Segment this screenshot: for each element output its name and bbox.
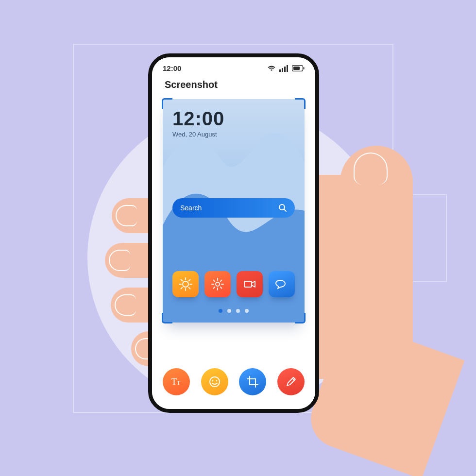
crop-corner-br[interactable] — [295, 313, 306, 323]
status-icons — [268, 65, 305, 72]
svg-text:T: T — [171, 377, 177, 387]
svg-line-4 — [284, 209, 286, 211]
page-dot[interactable] — [219, 309, 222, 313]
crop-icon — [246, 375, 259, 389]
svg-point-18 — [210, 377, 220, 387]
lockscreen-date: Wed, 20 August — [172, 131, 295, 138]
svg-rect-2 — [293, 67, 300, 70]
status-bar: 12:00 — [152, 57, 315, 74]
search-icon — [278, 204, 287, 212]
emoji-icon — [208, 375, 221, 389]
phone-frame: 12:00 Screenshot 12:00 Wed, 20 August — [148, 53, 319, 413]
svg-text:T: T — [177, 379, 181, 386]
screenshot-preview[interactable]: 12:00 Wed, 20 August Search — [163, 99, 305, 323]
wifi-icon — [268, 66, 275, 71]
camera-icon — [242, 277, 257, 291]
text-icon: TT — [170, 375, 183, 389]
text-tool-button[interactable]: TT — [163, 368, 190, 395]
svg-line-13 — [189, 280, 190, 281]
edit-toolbar: TT — [152, 368, 315, 395]
page-dot[interactable] — [236, 309, 240, 313]
signal-icon — [279, 65, 288, 72]
status-time: 12:00 — [163, 64, 181, 72]
pencil-icon — [284, 375, 298, 389]
emoji-tool-button[interactable] — [201, 368, 228, 395]
crop-corner-bl[interactable] — [162, 313, 172, 323]
search-bar[interactable]: Search — [172, 198, 295, 218]
svg-point-19 — [212, 380, 213, 382]
svg-rect-1 — [304, 67, 305, 69]
lockscreen-time: 12:00 — [172, 108, 295, 130]
svg-point-14 — [216, 282, 220, 286]
chat-icon — [274, 277, 289, 291]
sun-icon — [178, 277, 193, 291]
page-dot[interactable] — [245, 309, 249, 313]
page-dot[interactable] — [227, 309, 231, 313]
search-placeholder: Search — [180, 204, 202, 212]
crop-tool-button[interactable] — [239, 368, 266, 395]
app-row — [172, 271, 295, 297]
gear-icon — [210, 277, 225, 291]
app-messages[interactable] — [269, 271, 295, 297]
svg-rect-15 — [244, 281, 252, 287]
battery-icon — [292, 65, 305, 71]
svg-point-5 — [183, 281, 188, 287]
app-weather[interactable] — [172, 271, 199, 297]
svg-line-12 — [181, 288, 183, 289]
phone-screen: 12:00 Screenshot 12:00 Wed, 20 August — [152, 57, 315, 409]
svg-point-20 — [216, 380, 217, 382]
lockscreen-clock: 12:00 Wed, 20 August — [163, 99, 305, 138]
page-indicator[interactable] — [163, 309, 305, 313]
svg-line-10 — [181, 280, 183, 281]
app-settings[interactable] — [204, 271, 231, 297]
page-title: Screenshot — [152, 74, 315, 96]
svg-line-11 — [189, 288, 190, 289]
app-camera[interactable] — [237, 271, 263, 297]
draw-tool-button[interactable] — [277, 368, 305, 395]
